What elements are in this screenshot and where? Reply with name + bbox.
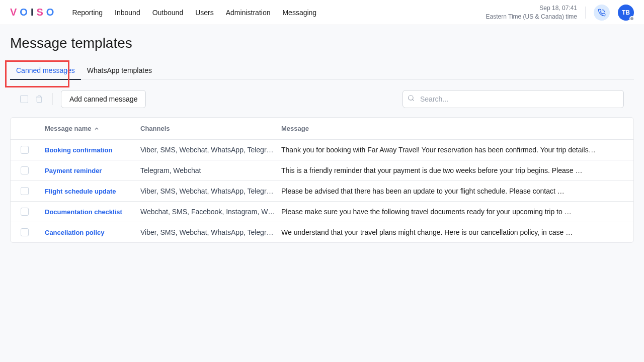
row-channels: Telegram, Webchat — [140, 166, 281, 174]
message-name-link[interactable]: Payment reminder — [45, 167, 102, 174]
table-header: Message name Channels Message — [11, 118, 633, 140]
datetime-block: Sep 18, 07:41 Eastern Time (US & Canada)… — [486, 4, 577, 21]
row-message: We understand that your travel plans mig… — [281, 228, 623, 236]
svg-line-1 — [413, 100, 414, 101]
row-checkbox[interactable] — [21, 228, 29, 236]
message-name-link[interactable]: Cancellation policy — [45, 229, 104, 236]
phone-button[interactable] — [594, 5, 610, 21]
search-input[interactable] — [403, 90, 624, 108]
column-header-name-label: Message name — [45, 125, 92, 132]
select-all-checkbox[interactable] — [20, 95, 28, 103]
logo-letter: O — [20, 7, 31, 18]
table-row: Documentation checklist Webchat, SMS, Fa… — [11, 202, 633, 222]
tab-canned-messages[interactable]: Canned messages — [10, 61, 81, 79]
main-nav: Reporting Inbound Outbound Users Adminis… — [72, 9, 486, 17]
nav-users[interactable]: Users — [195, 9, 214, 17]
page-title: Message templates — [10, 35, 634, 51]
avatar-initials: TB — [622, 9, 630, 16]
column-header-channels[interactable]: Channels — [140, 125, 281, 132]
row-channels: Viber, SMS, Webchat, WhatsApp, Telegra… — [140, 187, 281, 195]
row-checkbox[interactable] — [21, 146, 29, 154]
row-message: Please make sure you have the following … — [281, 208, 623, 216]
logo-letter: O — [46, 7, 57, 18]
row-channels: Webchat, SMS, Facebook, Instagram, W… — [140, 208, 281, 216]
row-channels: Viber, SMS, Webchat, WhatsApp, Telegra… — [140, 228, 281, 236]
logo-letter: S — [36, 7, 46, 18]
trash-icon — [35, 95, 43, 103]
datetime-zone: Eastern Time (US & Canada) time — [486, 13, 577, 21]
nav-inbound[interactable]: Inbound — [115, 9, 140, 17]
avatar[interactable]: TB — [618, 5, 634, 21]
add-canned-message-button[interactable]: Add canned message — [61, 90, 146, 108]
svg-point-0 — [409, 96, 413, 100]
table-row: Cancellation policy Viber, SMS, Webchat,… — [11, 222, 633, 242]
app-header: V O I S O Reporting Inbound Outbound Use… — [0, 0, 644, 25]
header-divider — [585, 7, 586, 19]
logo-letter: I — [31, 7, 37, 18]
message-name-link[interactable]: Booking confirmation — [45, 146, 112, 154]
row-message: This is a friendly reminder that your pa… — [281, 166, 623, 174]
logo-letter: V — [10, 7, 20, 18]
table-row: Payment reminder Telegram, Webchat This … — [11, 160, 633, 181]
header-right: Sep 18, 07:41 Eastern Time (US & Canada)… — [486, 4, 634, 21]
row-checkbox[interactable] — [21, 187, 29, 195]
nav-messaging[interactable]: Messaging — [282, 9, 316, 17]
messages-table: Message name Channels Message Booking co… — [10, 117, 634, 243]
row-message: Please be advised that there has been an… — [281, 187, 623, 195]
datetime-date: Sep 18, 07:41 — [486, 4, 577, 13]
table-row: Booking confirmation Viber, SMS, Webchat… — [11, 140, 633, 160]
row-checkbox[interactable] — [21, 208, 29, 216]
toolbar-divider — [52, 93, 53, 105]
tabs: Canned messages WhatsApp templates — [10, 61, 634, 80]
sort-asc-icon — [94, 126, 100, 132]
nav-reporting[interactable]: Reporting — [72, 9, 103, 17]
row-channels: Viber, SMS, Webchat, WhatsApp, Telegra… — [140, 146, 281, 154]
row-checkbox[interactable] — [21, 166, 29, 174]
column-header-name[interactable]: Message name — [35, 125, 140, 132]
message-name-link[interactable]: Flight schedule update — [45, 188, 116, 195]
row-message: Thank you for booking with Far Away Trav… — [281, 146, 623, 154]
page-content: Message templates Canned messages WhatsA… — [0, 25, 644, 253]
nav-outbound[interactable]: Outbound — [152, 9, 184, 17]
search-icon — [408, 95, 415, 104]
message-name-link[interactable]: Documentation checklist — [45, 208, 122, 216]
phone-icon — [598, 9, 606, 17]
search-box — [403, 90, 624, 108]
nav-administration[interactable]: Administration — [226, 9, 271, 17]
tab-whatsapp-templates[interactable]: WhatsApp templates — [81, 61, 158, 79]
delete-button[interactable] — [34, 94, 44, 104]
column-header-message[interactable]: Message — [281, 125, 623, 132]
table-row: Flight schedule update Viber, SMS, Webch… — [11, 181, 633, 202]
toolbar: Add canned message — [10, 90, 634, 108]
logo[interactable]: V O I S O — [10, 7, 57, 18]
status-dot-icon — [629, 16, 634, 21]
